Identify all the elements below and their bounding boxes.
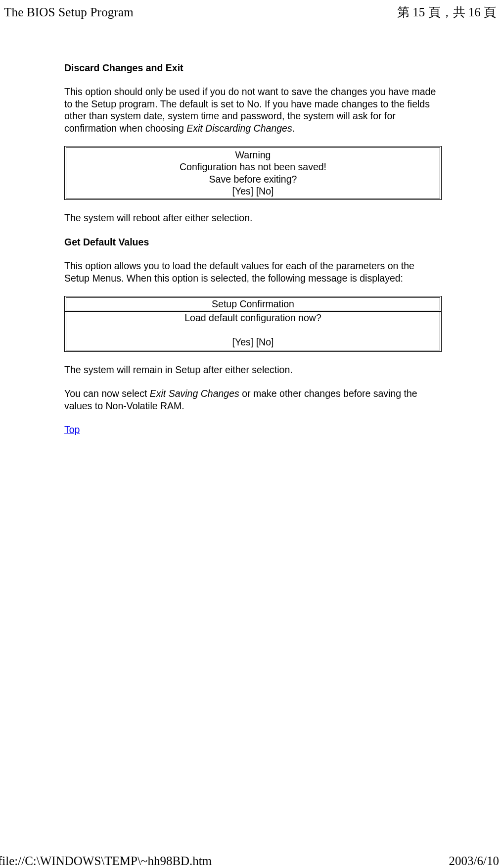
box-gap [68, 324, 438, 336]
box-title-row: Setup Confirmation [64, 296, 442, 312]
footer-path: file://C:\WINDOWS\TEMP\~hh98BD.htm [0, 854, 212, 868]
para-text: You can now select [64, 388, 150, 399]
box-line: Load default configuration now? [68, 312, 438, 324]
paragraph: The system will remain in Setup after ei… [64, 364, 442, 376]
top-link[interactable]: Top [64, 424, 80, 435]
box-line: [Yes] [No] [68, 185, 438, 197]
box-line: Configuration has not been saved! [68, 161, 438, 173]
paragraph: The system will reboot after either sele… [64, 212, 442, 224]
paragraph: This option allows you to load the defau… [64, 260, 442, 284]
box-line: Warning [68, 149, 438, 161]
paragraph: This option should only be used if you d… [64, 86, 442, 134]
header-title: The BIOS Setup Program [4, 5, 134, 19]
paragraph: You can now select Exit Saving Changes o… [64, 387, 442, 412]
para-italic: Exit Discarding Changes [186, 123, 292, 134]
confirmation-box: Setup Confirmation Load default configur… [64, 296, 442, 352]
para-italic: Exit Saving Changes [150, 388, 239, 399]
box-line: Save before exiting? [68, 173, 438, 185]
box-body-row: Load default configuration now? [Yes] [N… [64, 312, 442, 352]
warning-box: Warning Configuration has not been saved… [64, 146, 442, 200]
page-footer: file://C:\WINDOWS\TEMP\~hh98BD.htm 2003/… [0, 854, 501, 868]
footer-date: 2003/6/10 [449, 854, 499, 868]
para-text: . [292, 123, 295, 134]
box-line: [Yes] [No] [68, 336, 438, 348]
section-heading-defaults: Get Default Values [64, 236, 442, 248]
section-heading-discard: Discard Changes and Exit [64, 62, 442, 74]
page-header: The BIOS Setup Program 第 15 頁，共 16 頁 [0, 0, 501, 22]
document-content: Discard Changes and Exit This option sho… [0, 22, 501, 436]
header-page-indicator: 第 15 頁，共 16 頁 [397, 4, 496, 20]
